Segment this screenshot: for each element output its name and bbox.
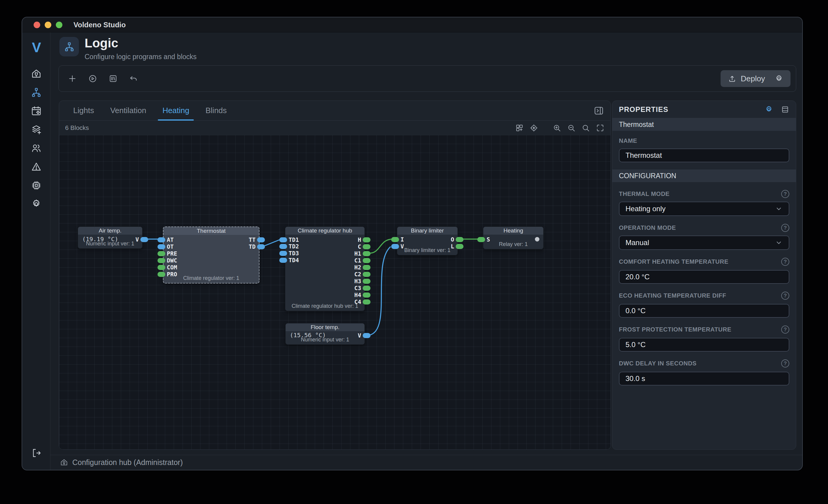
run-button[interactable]: [85, 71, 101, 87]
frost-protection-temperature-input[interactable]: [619, 338, 789, 351]
chevron-down-icon: [775, 239, 783, 247]
port-c[interactable]: [363, 244, 371, 249]
field-label-row: DWC DELAY IN SECONDS?: [619, 360, 789, 368]
port-label: O: [451, 236, 454, 243]
port-tt[interactable]: [257, 237, 265, 242]
node-footer: Climate regulator hub ver: 1: [285, 303, 365, 309]
port-com[interactable]: [158, 265, 165, 270]
sidebar-item-users[interactable]: [29, 141, 44, 155]
comfort-heating-temperature-input[interactable]: [619, 270, 789, 284]
sidebar-item-schedules[interactable]: [29, 104, 44, 118]
properties-settings-button[interactable]: [765, 105, 773, 114]
node-air-temp[interactable]: Air temp.(19.19 °C)VNumeric input ver: 1: [78, 226, 142, 249]
dwc-delay-in-seconds-input[interactable]: [619, 372, 789, 385]
layers-plus-icon: [31, 124, 42, 135]
operation-mode-select[interactable]: Manual: [619, 236, 789, 250]
sidebar-item-scenes[interactable]: [29, 122, 44, 137]
add-grid-button[interactable]: [515, 124, 524, 132]
sidebar-item-alerts[interactable]: [29, 160, 44, 174]
port-ot[interactable]: [158, 244, 165, 249]
port-td[interactable]: [257, 244, 265, 249]
canvas-grid[interactable]: Air temp.(19.19 °C)VNumeric input ver: 1…: [59, 135, 611, 450]
status-indicator: [535, 237, 539, 242]
help-icon[interactable]: ?: [781, 190, 789, 198]
undo-button[interactable]: [125, 71, 141, 87]
port-td3[interactable]: [279, 251, 287, 256]
tab-ventilation[interactable]: Ventilation: [102, 101, 154, 120]
port-h[interactable]: [363, 237, 371, 242]
titlebar: Voldeno Studio: [22, 17, 802, 32]
properties-log-button[interactable]: [781, 105, 789, 114]
port-label: H4: [354, 291, 361, 298]
port-c1[interactable]: [363, 258, 371, 263]
port-label: C: [358, 243, 361, 250]
tab-lights[interactable]: Lights: [65, 101, 102, 120]
sidebar-item-hardware[interactable]: [29, 178, 44, 193]
wire: [369, 239, 393, 253]
undo-icon: [129, 74, 138, 83]
search-button[interactable]: [581, 124, 590, 132]
help-icon[interactable]: ?: [781, 292, 789, 300]
help-icon[interactable]: ?: [781, 224, 789, 232]
help-icon[interactable]: ?: [781, 326, 789, 334]
help-icon[interactable]: ?: [781, 258, 789, 266]
deploy-settings-icon[interactable]: [775, 74, 783, 83]
port-h4[interactable]: [363, 293, 371, 298]
eco-heating-temperature-diff-input[interactable]: [619, 304, 789, 318]
node-footer: Climate regulator ver: 1: [164, 275, 259, 282]
fit-view-button[interactable]: [596, 124, 605, 132]
tab-heating[interactable]: Heating: [154, 101, 197, 120]
tab-blinds[interactable]: Blinds: [197, 101, 235, 120]
zoom-out-button[interactable]: [567, 124, 576, 132]
field-label-row: THERMAL MODE?: [619, 190, 789, 198]
zoom-in-button[interactable]: [552, 124, 561, 132]
port-label: TD3: [289, 250, 299, 257]
maximize-window-button[interactable]: [56, 22, 63, 28]
center-view-button[interactable]: [530, 124, 538, 132]
node-binary-limiter[interactable]: Binary limiterIVOLBinary limiter ver: 1: [397, 226, 458, 255]
port-c3[interactable]: [363, 286, 371, 291]
sidebar-item-logic[interactable]: [29, 85, 44, 99]
collapse-panel-button[interactable]: [593, 106, 605, 116]
port-pre[interactable]: [158, 251, 165, 256]
plus-icon: [68, 74, 77, 83]
field-frost-protection-temperature: FROST PROTECTION TEMPERATURE?: [619, 326, 789, 351]
port-at[interactable]: [158, 237, 165, 242]
add-block-button[interactable]: [64, 71, 80, 87]
canvas-toolbar: 6 Blocks: [59, 121, 611, 135]
port-label: H: [358, 236, 361, 243]
port-td2[interactable]: [279, 244, 287, 249]
node-climate-regulator-hub[interactable]: Climate regulator hubTD1TD2TD3TD4HCH1C1H…: [285, 226, 365, 311]
deploy-button[interactable]: Deploy: [720, 70, 790, 87]
sidebar-item-settings[interactable]: [29, 197, 44, 211]
port-c2[interactable]: [363, 272, 371, 277]
field-label: ECO HEATING TEMPERATURE DIFF: [619, 292, 726, 299]
logout-button[interactable]: [29, 446, 44, 460]
node-floor-temp[interactable]: Floor temp.(15.56 °C)VNumeric input ver:…: [285, 323, 365, 345]
port-td1[interactable]: [279, 237, 287, 242]
window-title: Voldeno Studio: [74, 21, 126, 29]
library-button[interactable]: [105, 71, 121, 87]
port-dwc[interactable]: [158, 258, 165, 263]
field-thermal-mode: THERMAL MODE?Heating only: [619, 190, 789, 216]
home-plug-icon: [60, 458, 68, 466]
port-label: I: [401, 236, 404, 243]
port-label: C1: [354, 257, 361, 264]
node-heating[interactable]: HeatingSRelay ver: 1: [483, 226, 544, 249]
close-window-button[interactable]: [34, 22, 40, 28]
port-h1[interactable]: [363, 251, 371, 256]
minimize-window-button[interactable]: [45, 22, 51, 28]
port-h2[interactable]: [363, 265, 371, 270]
thermal-mode-select[interactable]: Heating only: [619, 202, 789, 216]
node-thermostat[interactable]: ThermostatATOTPREDWCCOMPROTTTDClimate re…: [163, 226, 259, 284]
port-label: TD: [249, 243, 256, 250]
port-i[interactable]: [391, 237, 399, 242]
port-h3[interactable]: [363, 279, 371, 284]
help-icon[interactable]: ?: [781, 360, 789, 368]
port-o[interactable]: [456, 237, 463, 242]
field-label-row: COMFORT HEATING TEMPERATURE?: [619, 258, 789, 266]
port-td4[interactable]: [279, 258, 287, 263]
name-input[interactable]: [619, 149, 789, 162]
deploy-label: Deploy: [741, 74, 765, 83]
sidebar-item-home[interactable]: [29, 67, 44, 81]
